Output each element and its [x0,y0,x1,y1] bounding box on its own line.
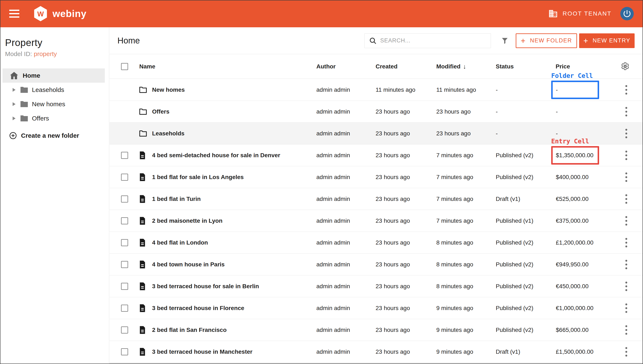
modified-cell: 8 minutes ago [436,276,473,297]
name-cell[interactable]: 4 bed flat in London [152,232,208,253]
row-checkbox[interactable] [121,261,128,268]
name-cell[interactable]: 3 bed terraced house for sale in Berlin [152,276,259,297]
table-row[interactable]: 3 bed terraced house in Florence admin a… [110,297,643,319]
chevron-right-icon[interactable] [13,102,16,106]
row-menu-kebab-icon[interactable] [623,192,629,206]
row-checkbox[interactable] [121,283,128,290]
modified-cell: 8 minutes ago [436,232,473,253]
author-cell: admin admin [316,254,350,275]
webiny-logo[interactable]: W webiny [34,6,87,22]
name-cell[interactable]: New homes [152,79,185,100]
author-cell: admin admin [316,341,350,362]
new-folder-button[interactable]: + NEW FOLDER [516,34,577,48]
name-cell[interactable]: 3 bed terraced house in Florence [152,297,244,319]
row-checkbox[interactable] [121,304,128,312]
search-input[interactable] [380,37,481,44]
created-cell: 23 hours ago [376,319,410,341]
row-menu-kebab-icon[interactable] [623,148,629,162]
created-cell: 23 hours ago [376,254,410,275]
row-checkbox[interactable] [121,239,128,246]
column-header-name: Name [139,54,155,78]
row-menu-kebab-icon[interactable] [623,170,629,184]
row-menu-kebab-icon[interactable] [623,301,629,315]
name-cell[interactable]: 3 bed terraced house in Manchester [152,341,253,362]
row-menu-kebab-icon[interactable] [623,323,629,337]
table-row[interactable]: 2 bed maisonette in Lyon admin admin 23 … [110,210,643,232]
menu-icon[interactable] [9,8,24,20]
table-row[interactable]: 1 bed flat in Turin admin admin 23 hours… [110,188,643,210]
search-icon [369,37,377,45]
row-menu-kebab-icon[interactable] [623,105,629,118]
created-cell: 23 hours ago [376,188,410,210]
modified-cell: 11 minutes ago [436,79,476,100]
sidebar-item-home[interactable]: Home [3,68,105,83]
row-menu-kebab-icon[interactable] [623,345,629,358]
name-cell[interactable]: 2 bed maisonette in Lyon [152,210,222,232]
row-checkbox[interactable] [121,152,128,159]
column-header-status: Status [496,54,514,78]
status-cell: - [496,79,498,100]
table-row[interactable]: Offers admin admin 23 hours ago 23 hours… [110,101,643,122]
row-checkbox[interactable] [121,348,128,356]
table-row[interactable]: New homes admin admin 11 minutes ago 11 … [110,79,643,101]
name-cell[interactable]: 4 bed town house in Paris [152,254,225,275]
file-icon [139,217,146,225]
row-menu-kebab-icon[interactable] [623,236,629,250]
table-row[interactable]: 2 bed flat in San Francisco admin admin … [110,319,643,341]
row-checkbox[interactable] [121,196,128,202]
column-header-author: Author [316,54,336,78]
row-menu-kebab-icon[interactable] [623,258,629,271]
filter-icon[interactable] [501,36,509,45]
folder-icon [20,115,28,122]
name-cell[interactable]: 2 bed flat in San Francisco [152,319,227,341]
author-cell: admin admin [316,210,350,232]
chevron-right-icon[interactable] [13,116,16,120]
name-cell[interactable]: 4 bed semi-detached house for sale in De… [152,144,280,166]
created-cell: 23 hours ago [376,232,410,253]
table-row[interactable]: 4 bed semi-detached house for sale in De… [110,144,643,166]
row-checkbox[interactable] [121,217,128,224]
price-cell: €525,000.00 [551,190,599,208]
row-menu-kebab-icon[interactable] [623,280,629,293]
sidebar-item-offers[interactable]: Offers [3,111,105,126]
price-cell: €1,000,000.00 [551,299,599,318]
row-menu-kebab-icon[interactable] [623,126,629,140]
modified-cell: 23 hours ago [436,122,470,144]
price-cell: €450,000.00 [551,277,599,296]
price-cell: Entry Cell $1,350,000.00 [551,146,599,164]
row-menu-kebab-icon[interactable] [623,83,629,96]
sidebar-item-leaseholds[interactable]: Leaseholds [3,83,105,97]
table-row[interactable]: 3 bed terraced house in Manchester admin… [110,341,643,363]
svg-text:W: W [37,10,44,18]
folder-icon [139,86,147,93]
folder-icon [139,108,147,115]
column-header-modified[interactable]: Modified ↓ [436,54,466,78]
chevron-right-icon[interactable] [13,88,16,92]
name-cell[interactable]: 1 bed flat for sale in Los Angeles [152,166,244,188]
table-row[interactable]: 4 bed town house in Paris admin admin 23… [110,254,643,276]
content-area: Home + NEW FOLDER + NEW [110,27,643,364]
tenant-selector[interactable]: ROOT TENANT [548,9,611,18]
table-settings-gear-icon[interactable] [621,62,629,71]
row-checkbox[interactable] [121,326,128,334]
created-cell: 11 minutes ago [376,79,415,100]
new-entry-button[interactable]: + NEW ENTRY [579,34,634,48]
status-cell: Draft (v1) [496,341,520,362]
select-all-checkbox[interactable] [121,63,128,70]
name-cell[interactable]: 1 bed flat in Turin [152,188,201,210]
create-folder-button[interactable]: Create a new folder [9,132,109,140]
created-cell: 23 hours ago [376,122,410,144]
row-menu-kebab-icon[interactable] [623,214,629,228]
author-cell: admin admin [316,319,350,341]
file-icon [139,282,146,290]
home-icon [10,72,18,79]
sidebar-item-new-homes[interactable]: New homes [3,97,105,111]
user-avatar[interactable] [620,7,634,20]
row-checkbox[interactable] [121,174,128,181]
model-id: Model ID: property [5,50,109,58]
table-row[interactable]: 3 bed terraced house for sale in Berlin … [110,276,643,297]
name-cell[interactable]: Offers [152,101,169,122]
table-row[interactable]: 4 bed flat in London admin admin 23 hour… [110,232,643,254]
name-cell[interactable]: Leaseholds [152,122,184,144]
table-row[interactable]: 1 bed flat for sale in Los Angeles admin… [110,166,643,188]
